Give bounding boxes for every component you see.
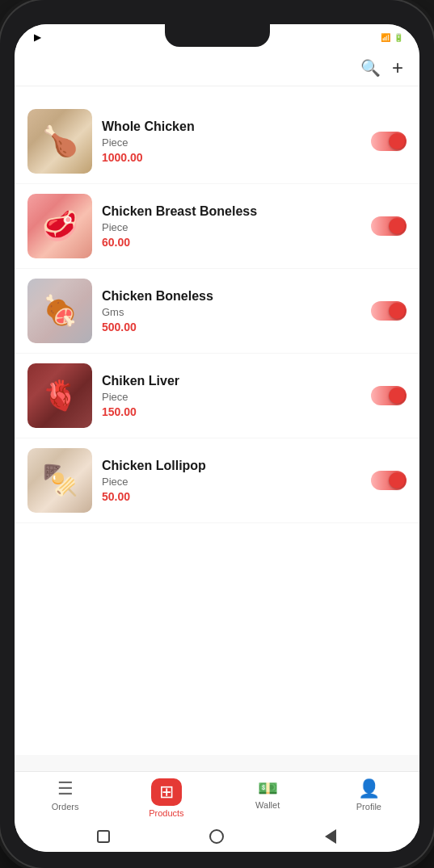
- battery-icon: 🔋: [394, 33, 403, 42]
- nav-label-products: Products: [149, 808, 183, 818]
- nav-icon-orders: ☰: [57, 778, 74, 799]
- nav-label-orders: Orders: [52, 802, 79, 811]
- product-toggle[interactable]: [371, 132, 407, 151]
- product-name: Whole Chicken: [102, 120, 361, 134]
- product-unit: Gms: [102, 306, 361, 318]
- signal-icon: 📶: [381, 33, 390, 42]
- system-nav: [15, 823, 419, 852]
- product-toggle-container: [371, 301, 407, 321]
- nav-item-orders[interactable]: ☰ Orders: [15, 778, 116, 818]
- product-info: Chiken Liver Piece 150.00: [102, 374, 361, 418]
- youtube-icon: ▶: [34, 32, 40, 43]
- food-image-icon: 🍖: [27, 279, 92, 343]
- nav-item-profile[interactable]: 👤 Profile: [318, 778, 419, 818]
- product-image: 🥩: [27, 194, 92, 258]
- product-price: 50.00: [102, 490, 361, 503]
- notch: [165, 24, 270, 47]
- product-image: 🍗: [27, 109, 92, 174]
- product-info: Chicken Breast Boneless Piece 60.00: [102, 204, 361, 249]
- nav-item-wallet[interactable]: 💵 Wallet: [217, 778, 318, 818]
- product-unit: Piece: [102, 476, 361, 488]
- product-list[interactable]: 🍗 Whole Chicken Piece 1000.00 🥩 Chicken …: [15, 99, 419, 755]
- product-unit: Piece: [102, 221, 361, 233]
- list-spacer: [15, 755, 419, 771]
- search-icon[interactable]: 🔍: [360, 58, 381, 78]
- bottom-nav: ☰ Orders ⊞ Products 💵 Wallet 👤 Profile: [15, 771, 419, 823]
- product-price: 60.00: [102, 236, 361, 249]
- product-toggle[interactable]: [371, 471, 407, 490]
- phone-screen: ▶ 📶 🔋 🔍 + 🍗: [15, 24, 419, 852]
- nav-icon-wallet: 💵: [258, 778, 278, 798]
- nav-icon-products: ⊞: [159, 782, 174, 802]
- add-product-button[interactable]: +: [392, 57, 403, 79]
- product-info: Chicken Lollipop Piece 50.00: [102, 459, 361, 503]
- product-item: 🥩 Chicken Breast Boneless Piece 60.00: [15, 184, 419, 269]
- product-price: 1000.00: [102, 151, 361, 164]
- product-toggle[interactable]: [371, 216, 407, 236]
- product-item: 🍖 Chicken Boneless Gms 500.00: [15, 269, 419, 354]
- product-item: 🫀 Chiken Liver Piece 150.00: [15, 354, 419, 438]
- product-info: Chicken Boneless Gms 500.00: [102, 289, 361, 333]
- product-price: 150.00: [102, 405, 361, 418]
- nav-item-products[interactable]: ⊞ Products: [116, 778, 217, 818]
- system-recent-button[interactable]: [95, 828, 112, 845]
- header-actions: 🔍 +: [349, 57, 403, 79]
- product-name: Chicken Boneless: [102, 289, 361, 304]
- system-home-button[interactable]: [208, 828, 225, 845]
- nav-label-profile: Profile: [356, 802, 381, 811]
- product-unit: Piece: [102, 391, 361, 403]
- product-toggle-container: [371, 386, 407, 405]
- product-toggle-container: [371, 216, 407, 236]
- product-image: 🫀: [27, 363, 92, 428]
- nav-icon-active-bg: ⊞: [151, 778, 182, 806]
- food-image-icon: 🫀: [27, 363, 92, 428]
- product-toggle-container: [371, 471, 407, 490]
- food-image-icon: 🥩: [27, 194, 92, 258]
- food-image-icon: 🍢: [27, 448, 92, 513]
- nav-label-wallet: Wallet: [255, 800, 280, 810]
- product-toggle[interactable]: [371, 301, 407, 321]
- product-toggle[interactable]: [371, 386, 407, 405]
- product-name: Chicken Breast Boneless: [102, 204, 361, 219]
- product-item: 🍗 Whole Chicken Piece 1000.00: [15, 99, 419, 184]
- status-left: ▶: [31, 32, 40, 43]
- product-item: 🍢 Chicken Lollipop Piece 50.00: [15, 438, 419, 523]
- product-name: Chicken Lollipop: [102, 459, 361, 473]
- product-toggle-container: [371, 132, 407, 151]
- status-right: 📶 🔋: [377, 33, 403, 42]
- product-image: 🍢: [27, 448, 92, 513]
- product-unit: Piece: [102, 136, 361, 149]
- product-info: Whole Chicken Piece 1000.00: [102, 120, 361, 164]
- app-header: 🔍 +: [15, 47, 419, 86]
- product-price: 500.00: [102, 321, 361, 333]
- product-name: Chiken Liver: [102, 374, 361, 388]
- products-count: [15, 86, 419, 99]
- food-image-icon: 🍗: [27, 109, 92, 174]
- nav-icon-profile: 👤: [358, 778, 380, 799]
- product-image: 🍖: [27, 279, 92, 343]
- system-back-button[interactable]: [322, 828, 339, 845]
- phone-shell: ▶ 📶 🔋 🔍 + 🍗: [0, 0, 434, 868]
